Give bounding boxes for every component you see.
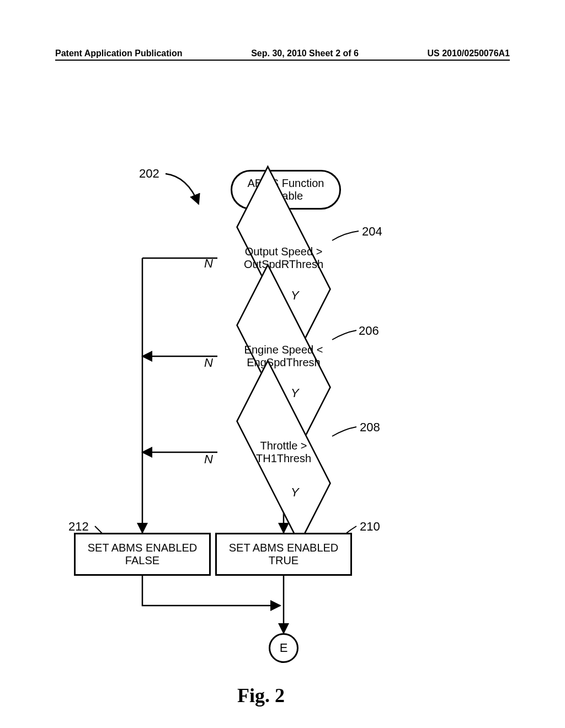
flowchart-figure: ABMS Function Enable Output Speed > OutS… xyxy=(0,77,565,684)
ref-208: 208 xyxy=(360,420,380,435)
end-label: E xyxy=(280,641,288,655)
ref-204: 204 xyxy=(362,224,382,239)
edge-label-y: Y xyxy=(291,485,299,500)
d1-l1: Output Speed > xyxy=(245,245,323,258)
false-l1: SET ABMS ENABLED xyxy=(88,542,198,554)
ref-212: 212 xyxy=(68,520,89,534)
d3-l1: Throttle > xyxy=(260,440,307,452)
figure-title: Fig. 2 xyxy=(237,684,285,707)
edge-label-y: Y xyxy=(291,288,299,303)
process-enable-true: SET ABMS ENABLED TRUE xyxy=(215,533,352,576)
decision-engine-speed: Engine Speed < EngSpdThresh xyxy=(217,323,350,389)
d3-l2: TH1Thresh xyxy=(256,452,311,465)
decision-throttle-text: Throttle > TH1Thresh xyxy=(217,419,350,485)
ref-202: 202 xyxy=(139,167,159,181)
ref-206: 206 xyxy=(359,324,379,338)
header-rule xyxy=(55,60,510,61)
d1-l2: OutSpdRThresh xyxy=(244,258,323,271)
true-l1: SET ABMS ENABLED xyxy=(229,542,339,554)
true-l2: TRUE xyxy=(269,554,299,567)
edge-label-n: N xyxy=(204,452,213,467)
header-center: Sep. 30, 2010 Sheet 2 of 6 xyxy=(251,49,359,58)
decision-throttle: Throttle > TH1Thresh xyxy=(217,419,350,485)
edge-label-n: N xyxy=(204,256,213,271)
ref-210: 210 xyxy=(360,520,380,534)
edge-label-n: N xyxy=(204,356,213,370)
header-left: Patent Application Publication xyxy=(55,49,183,58)
process-enable-false: SET ABMS ENABLED FALSE xyxy=(74,533,211,576)
decision-engine-speed-text: Engine Speed < EngSpdThresh xyxy=(217,323,350,389)
decision-output-speed: Output Speed > OutSpdRThresh xyxy=(217,225,350,291)
d2-l1: Engine Speed < xyxy=(244,344,323,356)
header-right: US 2010/0250076A1 xyxy=(428,49,510,58)
flow-end-connector: E xyxy=(269,633,299,663)
d2-l2: EngSpdThresh xyxy=(247,356,320,369)
edge-label-y: Y xyxy=(291,386,299,400)
page-header: Patent Application Publication Sep. 30, … xyxy=(0,49,565,58)
decision-output-speed-text: Output Speed > OutSpdRThresh xyxy=(217,225,350,291)
false-l2: FALSE xyxy=(125,554,159,567)
